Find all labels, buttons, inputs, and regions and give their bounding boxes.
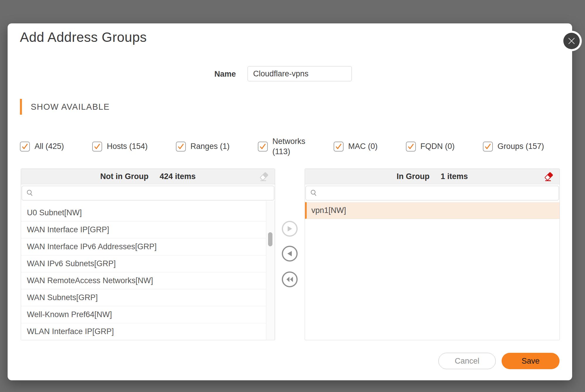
checkbox-icon[interactable] <box>406 142 416 152</box>
list-item[interactable]: WAN Interface IPv6 Addresses[GRP] <box>21 238 267 255</box>
eraser-red-icon <box>543 171 554 182</box>
name-input[interactable] <box>248 66 352 81</box>
move-right-button[interactable] <box>282 221 298 237</box>
in-group-panel: In Group 1 items vpn1[NW <box>305 169 560 340</box>
search-icon <box>26 189 34 197</box>
panel-title: In Group <box>397 172 429 181</box>
checkbox-icon[interactable] <box>483 142 493 152</box>
page-title: Add Address Groups <box>20 29 147 45</box>
filter-checkbox-item[interactable]: Groups (157) <box>483 141 544 152</box>
checkmark-icon <box>21 143 28 150</box>
checkmark-icon <box>484 143 491 150</box>
selected-list-item[interactable]: vpn1[NW] <box>305 202 560 219</box>
filter-checkbox-item[interactable]: Hosts (154) <box>92 141 148 152</box>
list-item[interactable]: Well-Known Pref64[NW] <box>21 306 267 323</box>
filter-label: Groups (157) <box>497 141 544 152</box>
checkmark-icon <box>259 143 266 150</box>
not-in-group-panel: Not in Group 424 items U <box>21 169 275 340</box>
in-group-list: vpn1[NW] <box>305 201 560 340</box>
arrow-left-icon <box>287 250 293 257</box>
checkbox-icon[interactable] <box>334 142 344 152</box>
move-left-button[interactable] <box>282 246 298 262</box>
add-address-groups-dialog: Add Address Groups Name SHOW AVAILABLE A… <box>8 23 572 380</box>
search-icon <box>310 189 318 197</box>
close-button[interactable] <box>563 33 580 49</box>
in-group-header: In Group 1 items <box>305 169 560 184</box>
show-available-header: SHOW AVAILABLE <box>20 99 110 115</box>
list-item[interactable]: WAN IPv6 Subnets[GRP] <box>21 255 267 272</box>
panel-item-count: 424 items <box>159 172 195 181</box>
list-item[interactable]: WAN Subnets[GRP] <box>21 289 267 306</box>
filter-checkbox-item[interactable]: FQDN (0) <box>406 141 455 152</box>
filter-checkbox-item[interactable]: Networks (113) <box>258 136 306 157</box>
filter-label: Networks (113) <box>272 136 306 157</box>
checkmark-icon <box>177 143 184 150</box>
list-item[interactable]: WAN Interface IP[GRP] <box>21 221 267 238</box>
checkmark-icon <box>335 143 342 150</box>
filter-checkbox-item[interactable]: All (425) <box>20 141 64 152</box>
filter-checkbox-item[interactable]: Ranges (1) <box>176 141 230 152</box>
cancel-button[interactable]: Cancel <box>438 353 496 369</box>
checkbox-icon[interactable] <box>20 142 30 152</box>
list-item[interactable]: WLAN Interface IP[GRP] <box>21 323 267 340</box>
checkbox-icon[interactable] <box>92 142 102 152</box>
filter-label: All (425) <box>35 141 64 152</box>
checkbox-icon[interactable] <box>176 142 186 152</box>
checkbox-icon[interactable] <box>258 142 268 152</box>
eraser-icon <box>258 171 270 182</box>
panel-item-count: 1 items <box>441 172 468 181</box>
not-in-group-header: Not in Group 424 items <box>21 169 275 184</box>
list-item[interactable]: U0 Subnet[NW] <box>21 204 267 221</box>
scrollbar-thumb[interactable] <box>268 232 272 246</box>
search-input[interactable] <box>318 186 559 200</box>
show-available-label: SHOW AVAILABLE <box>31 102 110 112</box>
filter-label: Ranges (1) <box>191 141 230 152</box>
move-all-left-button[interactable] <box>282 271 298 287</box>
list-item[interactable]: WAN RemoteAccess Networks[NW] <box>21 272 267 289</box>
double-arrow-left-icon <box>286 276 294 282</box>
arrow-right-icon <box>287 226 293 232</box>
save-button[interactable]: Save <box>502 353 560 369</box>
not-in-group-list: U0 Subnet[NW] WAN Interface IP[GRP] WAN … <box>21 201 267 340</box>
not-in-group-search <box>22 186 274 200</box>
filter-row: All (425) Hosts (154) Ranges (1) <box>20 135 544 158</box>
search-input[interactable] <box>34 186 274 200</box>
close-icon <box>567 37 576 45</box>
filter-label: MAC (0) <box>348 141 378 152</box>
clear-selection-button[interactable] <box>258 171 270 182</box>
checkmark-icon <box>407 143 414 150</box>
panel-title: Not in Group <box>100 172 148 181</box>
filter-label: FQDN (0) <box>421 141 455 152</box>
in-group-search <box>306 186 559 200</box>
filter-label: Hosts (154) <box>107 141 148 152</box>
scrollbar-track[interactable] <box>266 201 275 340</box>
filter-checkbox-item[interactable]: MAC (0) <box>334 141 378 152</box>
clear-group-button[interactable] <box>543 171 554 182</box>
name-label: Name <box>214 70 236 79</box>
checkmark-icon <box>94 143 101 150</box>
